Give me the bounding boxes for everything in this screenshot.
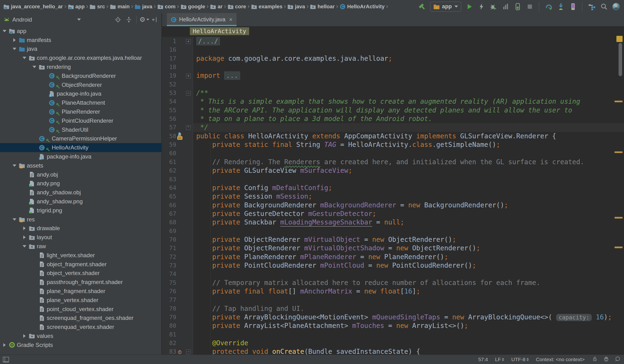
tree-item-andy-shadow-png[interactable]: andy_shadow.png bbox=[0, 197, 161, 206]
tree-item-point-cloud-vertex-shader[interactable]: point_cloud_vertex.shader bbox=[0, 305, 161, 314]
tree-item-com-google-ar-core-examples-java-helloar[interactable]: com.google.ar.core.examples.java.helloar bbox=[0, 53, 161, 62]
code-line[interactable]: 19+import ... bbox=[162, 71, 624, 80]
breadcrumb-item-java[interactable]: java bbox=[134, 3, 152, 10]
override-method-icon[interactable] bbox=[177, 349, 182, 354]
code-line[interactable]: 70 private ObjectRenderer mVirtualObject… bbox=[162, 235, 624, 244]
code-line[interactable]: 69 bbox=[162, 227, 624, 235]
search-everywhere-button[interactable] bbox=[600, 3, 608, 11]
tree-item-screenquad-fragment-oes-shader[interactable]: screenquad_fragment_oes.shader bbox=[0, 314, 161, 323]
project-view-selector[interactable]: Android bbox=[3, 16, 81, 23]
tree-item-res[interactable]: res bbox=[0, 215, 161, 224]
tree-item-helloaractivity[interactable]: CHelloArActivity bbox=[0, 143, 161, 152]
profile-button[interactable] bbox=[502, 3, 510, 11]
tree-item-objectrenderer[interactable]: CObjectRenderer bbox=[0, 80, 161, 89]
fold-marker-end[interactable]: ⌃ bbox=[186, 125, 191, 130]
tree-item-planerenderer[interactable]: CPlaneRenderer bbox=[0, 107, 161, 116]
caret-position[interactable]: 57:4 bbox=[478, 357, 488, 362]
breadcrumb-item-com[interactable]: com bbox=[157, 3, 176, 10]
code-line[interactable]: 54 * This is a simple example that shows… bbox=[162, 97, 624, 106]
breadcrumb-item-ar[interactable]: ar bbox=[210, 3, 223, 10]
code-line[interactable]: 1+/.../ bbox=[162, 37, 624, 46]
tree-item-trigrid-png[interactable]: trigrid.png bbox=[0, 206, 161, 215]
code-line[interactable]: 16 bbox=[162, 46, 624, 54]
code-line[interactable]: 74 bbox=[162, 270, 624, 278]
tree-item-object-fragment-shader[interactable]: object_fragment.shader bbox=[0, 260, 161, 269]
avd-manager-button[interactable] bbox=[545, 3, 553, 11]
code-line[interactable]: 75 // Temporary matrix allocated here to… bbox=[162, 279, 624, 287]
settings-gear-button[interactable]: ⚙ bbox=[140, 16, 148, 24]
tree-item-rendering[interactable]: rendering bbox=[0, 62, 161, 71]
fold-marker-plus[interactable]: + bbox=[186, 74, 191, 78]
tree-item-andy-shadow-obj[interactable]: andy_shadow.obj bbox=[0, 188, 161, 197]
tree-item-assets[interactable]: assets bbox=[0, 161, 161, 170]
expand-arrow-down[interactable] bbox=[22, 245, 27, 247]
toolwindow-toggle-icon[interactable] bbox=[0, 356, 9, 363]
project-structure-button[interactable] bbox=[588, 3, 596, 11]
breadcrumb-item-helloaractivity[interactable]: CHelloArActivity bbox=[339, 3, 385, 10]
code-line[interactable]: 67 private GestureDetector mGestureDetec… bbox=[162, 209, 624, 218]
tree-item-values[interactable]: values bbox=[0, 332, 161, 340]
warning-stripe-mark[interactable] bbox=[615, 247, 623, 248]
breadcrumb-item-helloar[interactable]: helloar bbox=[310, 3, 335, 10]
expand-arrow-right[interactable] bbox=[12, 38, 17, 42]
line-separator-widget[interactable]: LF bbox=[495, 357, 504, 362]
close-tab-icon[interactable]: ✕ bbox=[229, 17, 233, 23]
device-manager-button[interactable] bbox=[569, 3, 577, 11]
breadcrumb-item-core[interactable]: core bbox=[228, 3, 246, 10]
hide-panel-button[interactable] bbox=[151, 16, 159, 24]
code-line[interactable]: 71 private ObjectRenderer mVirtualObject… bbox=[162, 244, 624, 253]
breadcrumb-item-java[interactable]: java bbox=[287, 3, 305, 10]
code-line[interactable]: 73 private PointCloudRenderer mPointClou… bbox=[162, 261, 624, 270]
locate-file-button[interactable] bbox=[114, 16, 122, 24]
inspections-hector-icon[interactable] bbox=[603, 356, 609, 363]
code-line[interactable]: 57⌃ */ bbox=[162, 123, 624, 132]
tree-item-screenquad-vertex-shader[interactable]: screenquad_vertex.shader bbox=[0, 322, 161, 332]
warning-stripe-mark[interactable] bbox=[615, 101, 623, 102]
expand-arrow-right[interactable] bbox=[22, 235, 27, 239]
tree-item-passthrough-fragment-shader[interactable]: passthrough_fragment.shader bbox=[0, 278, 161, 287]
code-line[interactable]: 68 private Snackbar mLoadingMessageSnack… bbox=[162, 218, 624, 227]
tree-item-plane-vertex-shader[interactable]: plane_vertex.shader bbox=[0, 296, 161, 305]
code-line[interactable]: 53−/** bbox=[162, 89, 624, 97]
expand-arrow-down[interactable] bbox=[32, 66, 37, 68]
warning-stripe-mark[interactable] bbox=[615, 151, 623, 153]
tree-item-package-info-java[interactable]: Jpackage-info.java bbox=[0, 89, 161, 99]
tree-item-andy-png[interactable]: andy.png bbox=[0, 179, 161, 188]
code-line[interactable]: 76 private final float[] mAnchorMatrix =… bbox=[162, 287, 624, 296]
notifications-icon[interactable] bbox=[615, 356, 621, 363]
code-line[interactable]: 62 private GLSurfaceView mSurfaceView; bbox=[162, 166, 624, 175]
fold-marker-minus[interactable]: − bbox=[186, 350, 191, 354]
run-configuration-selector[interactable]: app bbox=[430, 2, 461, 12]
tree-item-light-vertex-shader[interactable]: light_vertex.shader bbox=[0, 251, 161, 260]
breadcrumb-item-examples[interactable]: examples bbox=[251, 3, 282, 10]
code-line[interactable]: 80 private ArrayList<PlaneAttachment> mT… bbox=[162, 321, 624, 330]
user-avatar[interactable] bbox=[612, 3, 620, 11]
breadcrumb-item-java_arcore_hello_ar[interactable]: java_arcore_hello_ar bbox=[3, 3, 63, 10]
tree-item-plane-fragment-shader[interactable]: plane_fragment.shader bbox=[0, 287, 161, 296]
code-line[interactable]: 60 bbox=[162, 149, 624, 157]
tree-item-gradle-scripts[interactable]: Gradle Scripts bbox=[0, 340, 161, 350]
code-line[interactable]: 18 bbox=[162, 63, 624, 71]
breadcrumb-item-google[interactable]: google bbox=[181, 3, 205, 10]
code-line[interactable]: 56 * tap on a plane to place a 3d model … bbox=[162, 115, 624, 123]
sdk-manager-button[interactable] bbox=[557, 3, 565, 11]
apply-changes-button[interactable] bbox=[477, 3, 485, 11]
tree-item-object-vertex-shader[interactable]: object_vertex.shader bbox=[0, 269, 161, 278]
attach-debugger-button[interactable] bbox=[514, 3, 522, 11]
code-line[interactable]: 61 // Rendering. The Renderers are creat… bbox=[162, 158, 624, 166]
fold-marker-minus[interactable]: − bbox=[186, 91, 191, 96]
code-line[interactable]: 65 private Session mSession; bbox=[162, 192, 624, 201]
editor-tab[interactable]: C HelloArActivity.java ✕ bbox=[167, 13, 236, 26]
code-line[interactable]: 55 * the ARCore API. The application wil… bbox=[162, 106, 624, 115]
expand-arrow-right[interactable] bbox=[22, 226, 27, 230]
expand-arrow-down[interactable] bbox=[2, 30, 7, 32]
breadcrumb-item-src[interactable]: src bbox=[89, 3, 105, 10]
code-line[interactable]: 72 private PlaneRenderer mPlaneRenderer … bbox=[162, 253, 624, 261]
build-button[interactable] bbox=[418, 3, 426, 11]
tree-item-layout[interactable]: layout bbox=[0, 233, 161, 242]
inspection-status-square[interactable] bbox=[616, 36, 623, 42]
code-line[interactable]: 83− protected void onCreate(Bundle saved… bbox=[162, 347, 624, 355]
tree-item-raw[interactable]: raw bbox=[0, 242, 161, 251]
tree-item-drawable[interactable]: drawable bbox=[0, 224, 161, 233]
tree-item-package-info-java[interactable]: Jpackage-info.java bbox=[0, 152, 161, 161]
